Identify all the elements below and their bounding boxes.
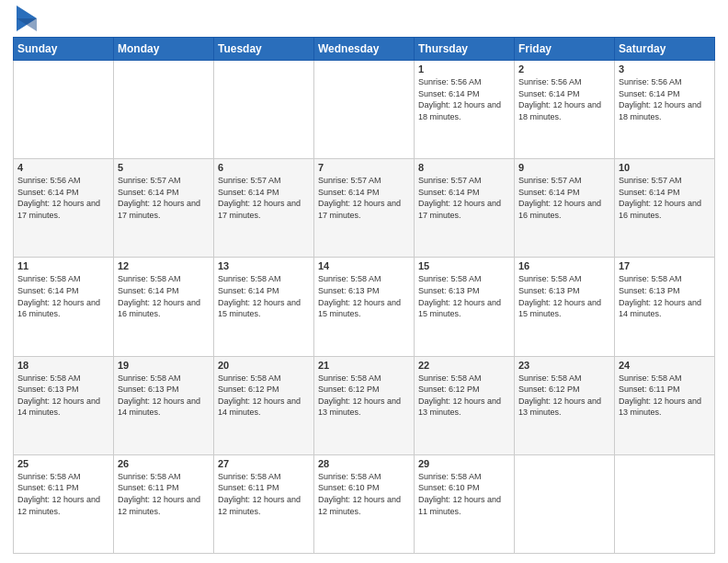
day-number: 28 <box>318 458 410 469</box>
calendar-cell <box>615 454 715 553</box>
day-number: 24 <box>619 360 711 371</box>
calendar-week-row: 25Sunrise: 5:58 AM Sunset: 6:11 PM Dayli… <box>14 454 715 553</box>
calendar-cell: 21Sunrise: 5:58 AM Sunset: 6:12 PM Dayli… <box>314 356 415 454</box>
day-number: 21 <box>318 360 410 371</box>
day-number: 23 <box>518 360 610 371</box>
day-info: Sunrise: 5:58 AM Sunset: 6:10 PM Dayligh… <box>318 471 410 517</box>
day-info: Sunrise: 5:56 AM Sunset: 6:14 PM Dayligh… <box>619 76 711 122</box>
calendar-cell <box>314 61 415 159</box>
calendar-cell <box>515 454 615 553</box>
calendar-cell: 1Sunrise: 5:56 AM Sunset: 6:14 PM Daylig… <box>415 61 515 159</box>
day-info: Sunrise: 5:56 AM Sunset: 6:14 PM Dayligh… <box>518 76 610 122</box>
calendar-week-row: 18Sunrise: 5:58 AM Sunset: 6:13 PM Dayli… <box>14 356 715 454</box>
day-number: 7 <box>318 162 410 173</box>
calendar-cell <box>14 61 114 159</box>
calendar-week-row: 4Sunrise: 5:56 AM Sunset: 6:14 PM Daylig… <box>14 159 715 258</box>
calendar-cell: 22Sunrise: 5:58 AM Sunset: 6:12 PM Dayli… <box>415 356 515 454</box>
day-number: 10 <box>619 162 711 173</box>
page: SundayMondayTuesdayWednesdayThursdayFrid… <box>0 0 728 563</box>
day-number: 16 <box>518 260 610 271</box>
day-number: 29 <box>418 458 510 469</box>
day-number: 18 <box>17 360 109 371</box>
calendar-cell: 2Sunrise: 5:56 AM Sunset: 6:14 PM Daylig… <box>515 61 615 159</box>
weekday-header-sunday: Sunday <box>14 38 114 61</box>
day-info: Sunrise: 5:58 AM Sunset: 6:13 PM Dayligh… <box>118 373 210 419</box>
day-number: 11 <box>17 260 109 271</box>
day-number: 13 <box>218 260 310 271</box>
calendar-cell: 5Sunrise: 5:57 AM Sunset: 6:14 PM Daylig… <box>114 159 214 258</box>
day-number: 26 <box>118 458 210 469</box>
day-number: 4 <box>17 162 109 173</box>
day-number: 3 <box>619 63 711 75</box>
day-info: Sunrise: 5:58 AM Sunset: 6:11 PM Dayligh… <box>17 471 109 517</box>
calendar-cell: 12Sunrise: 5:58 AM Sunset: 6:14 PM Dayli… <box>114 258 214 356</box>
day-info: Sunrise: 5:57 AM Sunset: 6:14 PM Dayligh… <box>318 175 410 221</box>
calendar-cell: 8Sunrise: 5:57 AM Sunset: 6:14 PM Daylig… <box>415 159 515 258</box>
logo <box>13 9 37 31</box>
weekday-header-friday: Friday <box>515 38 615 61</box>
calendar-cell: 20Sunrise: 5:58 AM Sunset: 6:12 PM Dayli… <box>214 356 314 454</box>
day-number: 15 <box>418 260 510 271</box>
weekday-header-tuesday: Tuesday <box>214 38 314 61</box>
day-number: 5 <box>118 162 210 173</box>
calendar-cell: 7Sunrise: 5:57 AM Sunset: 6:14 PM Daylig… <box>314 159 415 258</box>
calendar-week-row: 11Sunrise: 5:58 AM Sunset: 6:14 PM Dayli… <box>14 258 715 356</box>
weekday-header-saturday: Saturday <box>615 38 715 61</box>
day-info: Sunrise: 5:57 AM Sunset: 6:14 PM Dayligh… <box>118 175 210 221</box>
day-info: Sunrise: 5:58 AM Sunset: 6:13 PM Dayligh… <box>17 373 109 419</box>
calendar-cell: 13Sunrise: 5:58 AM Sunset: 6:14 PM Dayli… <box>214 258 314 356</box>
day-info: Sunrise: 5:58 AM Sunset: 6:14 PM Dayligh… <box>17 273 109 319</box>
day-info: Sunrise: 5:57 AM Sunset: 6:14 PM Dayligh… <box>418 175 510 221</box>
day-info: Sunrise: 5:56 AM Sunset: 6:14 PM Dayligh… <box>17 175 109 221</box>
day-info: Sunrise: 5:58 AM Sunset: 6:12 PM Dayligh… <box>418 373 510 419</box>
day-info: Sunrise: 5:57 AM Sunset: 6:14 PM Dayligh… <box>218 175 310 221</box>
calendar-cell: 18Sunrise: 5:58 AM Sunset: 6:13 PM Dayli… <box>14 356 114 454</box>
day-number: 12 <box>118 260 210 271</box>
day-number: 6 <box>218 162 310 173</box>
calendar-cell: 29Sunrise: 5:58 AM Sunset: 6:10 PM Dayli… <box>415 454 515 553</box>
day-number: 20 <box>218 360 310 371</box>
day-number: 2 <box>518 63 610 75</box>
day-info: Sunrise: 5:58 AM Sunset: 6:11 PM Dayligh… <box>218 471 310 517</box>
day-info: Sunrise: 5:58 AM Sunset: 6:11 PM Dayligh… <box>118 471 210 517</box>
calendar-cell: 4Sunrise: 5:56 AM Sunset: 6:14 PM Daylig… <box>14 159 114 258</box>
day-info: Sunrise: 5:58 AM Sunset: 6:12 PM Dayligh… <box>518 373 610 419</box>
calendar-cell <box>114 61 214 159</box>
header <box>13 9 715 31</box>
calendar-cell: 28Sunrise: 5:58 AM Sunset: 6:10 PM Dayli… <box>314 454 415 553</box>
day-info: Sunrise: 5:58 AM Sunset: 6:13 PM Dayligh… <box>418 273 510 319</box>
day-number: 17 <box>619 260 711 271</box>
calendar-cell: 14Sunrise: 5:58 AM Sunset: 6:13 PM Dayli… <box>314 258 415 356</box>
calendar-cell: 15Sunrise: 5:58 AM Sunset: 6:13 PM Dayli… <box>415 258 515 356</box>
day-info: Sunrise: 5:58 AM Sunset: 6:13 PM Dayligh… <box>318 273 410 319</box>
calendar-cell: 6Sunrise: 5:57 AM Sunset: 6:14 PM Daylig… <box>214 159 314 258</box>
calendar-cell: 9Sunrise: 5:57 AM Sunset: 6:14 PM Daylig… <box>515 159 615 258</box>
day-info: Sunrise: 5:58 AM Sunset: 6:13 PM Dayligh… <box>619 273 711 319</box>
day-info: Sunrise: 5:58 AM Sunset: 6:14 PM Dayligh… <box>218 273 310 319</box>
calendar-cell: 26Sunrise: 5:58 AM Sunset: 6:11 PM Dayli… <box>114 454 214 553</box>
calendar-header-row: SundayMondayTuesdayWednesdayThursdayFrid… <box>14 38 715 61</box>
calendar-cell: 27Sunrise: 5:58 AM Sunset: 6:11 PM Dayli… <box>214 454 314 553</box>
day-number: 14 <box>318 260 410 271</box>
calendar-cell: 10Sunrise: 5:57 AM Sunset: 6:14 PM Dayli… <box>615 159 715 258</box>
logo-icon <box>17 6 37 31</box>
calendar-table: SundayMondayTuesdayWednesdayThursdayFrid… <box>13 37 715 554</box>
day-number: 19 <box>118 360 210 371</box>
day-info: Sunrise: 5:58 AM Sunset: 6:13 PM Dayligh… <box>518 273 610 319</box>
calendar-cell: 24Sunrise: 5:58 AM Sunset: 6:11 PM Dayli… <box>615 356 715 454</box>
weekday-header-wednesday: Wednesday <box>314 38 415 61</box>
day-number: 1 <box>418 63 510 75</box>
day-number: 9 <box>518 162 610 173</box>
calendar-cell: 17Sunrise: 5:58 AM Sunset: 6:13 PM Dayli… <box>615 258 715 356</box>
day-number: 27 <box>218 458 310 469</box>
calendar-cell: 25Sunrise: 5:58 AM Sunset: 6:11 PM Dayli… <box>14 454 114 553</box>
day-number: 22 <box>418 360 510 371</box>
day-info: Sunrise: 5:57 AM Sunset: 6:14 PM Dayligh… <box>619 175 711 221</box>
calendar-cell: 16Sunrise: 5:58 AM Sunset: 6:13 PM Dayli… <box>515 258 615 356</box>
day-info: Sunrise: 5:58 AM Sunset: 6:10 PM Dayligh… <box>418 471 510 517</box>
calendar-cell <box>214 61 314 159</box>
calendar-cell: 23Sunrise: 5:58 AM Sunset: 6:12 PM Dayli… <box>515 356 615 454</box>
calendar-week-row: 1Sunrise: 5:56 AM Sunset: 6:14 PM Daylig… <box>14 61 715 159</box>
day-info: Sunrise: 5:58 AM Sunset: 6:12 PM Dayligh… <box>218 373 310 419</box>
day-number: 25 <box>17 458 109 469</box>
